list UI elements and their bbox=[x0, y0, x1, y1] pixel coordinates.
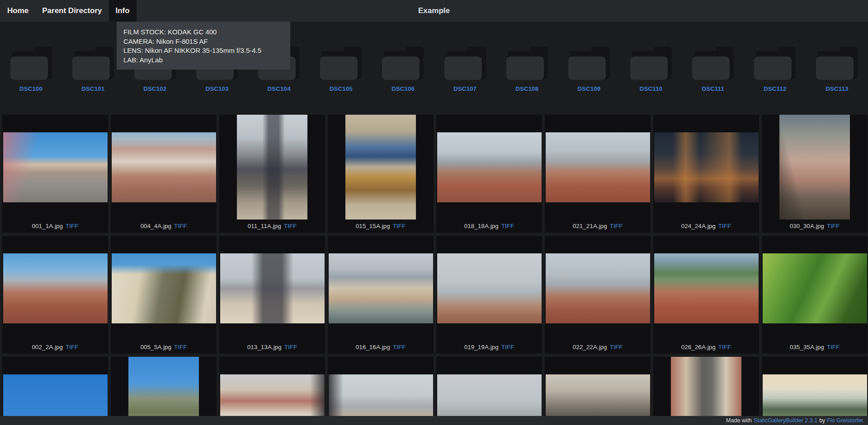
photo-cell: 022_22A.jpgTIFF bbox=[543, 236, 652, 354]
photo-cell: 018_18A.jpgTIFF bbox=[435, 115, 543, 233]
folder-label[interactable]: DSC103 bbox=[205, 85, 228, 92]
photo-thumbnail[interactable] bbox=[654, 253, 759, 323]
photo-thumbnail[interactable] bbox=[345, 115, 416, 220]
folder-icon[interactable] bbox=[630, 47, 672, 80]
folder-label[interactable]: DSC105 bbox=[330, 85, 353, 92]
folder-icon-front bbox=[10, 56, 48, 80]
tiff-link[interactable]: TIFF bbox=[501, 344, 514, 350]
folder-icon[interactable] bbox=[72, 47, 114, 80]
photo-caption: 013_13A.jpgTIFF bbox=[219, 341, 325, 354]
photo-cell: 026_26A.jpgTIFF bbox=[652, 236, 760, 354]
folder-label[interactable]: DSC110 bbox=[640, 85, 662, 92]
folder-icon[interactable] bbox=[568, 47, 610, 80]
photo-caption: 035_35A.jpgTIFF bbox=[762, 341, 868, 354]
tiff-link[interactable]: TIFF bbox=[393, 223, 406, 229]
folder-label[interactable]: DSC109 bbox=[577, 85, 600, 92]
photo-cell: 019_19A.jpgTIFF bbox=[435, 236, 543, 354]
photo-cell bbox=[218, 357, 326, 425]
tooltip-line-film-stock: FILM STOCK: KODAK GC 400 bbox=[123, 28, 283, 37]
photo-thumbnail[interactable] bbox=[3, 132, 108, 202]
tiff-link[interactable]: TIFF bbox=[827, 344, 840, 350]
tiff-link[interactable]: TIFF bbox=[827, 223, 840, 229]
photo-thumbnail[interactable] bbox=[220, 253, 325, 323]
nav-item-home[interactable]: Home bbox=[0, 0, 35, 22]
nav-item-parent-directory[interactable]: Parent Directory bbox=[35, 0, 108, 22]
folder-label[interactable]: DSC112 bbox=[764, 85, 786, 92]
photo-thumbnail[interactable] bbox=[654, 132, 759, 202]
photo-thumbnail[interactable] bbox=[128, 357, 199, 425]
folder-item-dsc107[interactable]: DSC107 bbox=[434, 47, 496, 92]
photo-filename: 016_16A.jpg bbox=[356, 344, 390, 350]
tiff-link[interactable]: TIFF bbox=[501, 223, 514, 229]
folder-icon[interactable] bbox=[692, 47, 734, 80]
tiff-link[interactable]: TIFF bbox=[174, 344, 187, 350]
photo-thumbnail[interactable] bbox=[437, 253, 542, 323]
folder-item-dsc112[interactable]: DSC112 bbox=[744, 47, 806, 92]
photo-caption: 022_22A.jpgTIFF bbox=[545, 341, 651, 354]
folder-icon[interactable] bbox=[754, 47, 796, 80]
photo-thumbnail[interactable] bbox=[546, 132, 650, 202]
photo-thumbnail[interactable] bbox=[763, 253, 867, 323]
folder-icon[interactable] bbox=[10, 47, 52, 80]
folder-item-dsc100[interactable]: DSC100 bbox=[0, 47, 62, 92]
tiff-link[interactable]: TIFF bbox=[610, 344, 623, 350]
folder-label[interactable]: DSC108 bbox=[515, 85, 538, 92]
folder-icon[interactable] bbox=[816, 47, 858, 80]
folder-item-dsc110[interactable]: DSC110 bbox=[620, 47, 682, 92]
folder-item-dsc101[interactable]: DSC101 bbox=[62, 47, 124, 92]
author-link[interactable]: Flo Greistorfer. bbox=[827, 417, 864, 424]
tiff-link[interactable]: TIFF bbox=[66, 223, 79, 229]
folder-icon[interactable] bbox=[444, 47, 486, 80]
folder-item-dsc106[interactable]: DSC106 bbox=[372, 47, 434, 92]
thumbnail-area bbox=[328, 115, 434, 220]
nav-item-info[interactable]: Info bbox=[109, 0, 137, 22]
photo-caption: 015_15A.jpgTIFF bbox=[328, 220, 434, 233]
photo-thumbnail[interactable] bbox=[671, 357, 741, 425]
folder-item-dsc113[interactable]: DSC113 bbox=[806, 47, 868, 92]
folder-icon[interactable] bbox=[320, 47, 362, 80]
folder-icon[interactable] bbox=[506, 47, 548, 80]
folder-label[interactable]: DSC104 bbox=[268, 85, 291, 92]
photo-thumbnail[interactable] bbox=[112, 132, 216, 202]
folder-icon[interactable] bbox=[382, 47, 424, 80]
photo-card bbox=[653, 357, 759, 425]
tiff-link[interactable]: TIFF bbox=[610, 223, 623, 229]
folder-label[interactable]: DSC107 bbox=[453, 85, 476, 92]
thumbnail-area bbox=[545, 236, 651, 341]
photo-thumbnail[interactable] bbox=[329, 253, 433, 323]
folder-icon-front bbox=[506, 56, 544, 80]
tiff-link[interactable]: TIFF bbox=[393, 344, 406, 350]
tooltip-line-lab: LAB: AnyLab bbox=[123, 56, 283, 65]
photo-thumbnail[interactable] bbox=[237, 115, 307, 220]
tiff-link[interactable]: TIFF bbox=[174, 223, 187, 229]
folder-label[interactable]: DSC111 bbox=[702, 85, 724, 92]
photo-thumbnail[interactable] bbox=[546, 253, 650, 323]
photo-caption: 016_16A.jpgTIFF bbox=[328, 341, 434, 354]
tiff-link[interactable]: TIFF bbox=[284, 223, 297, 229]
folder-item-dsc108[interactable]: DSC108 bbox=[496, 47, 558, 92]
folder-label[interactable]: DSC100 bbox=[19, 85, 42, 92]
photo-cell bbox=[1, 357, 109, 425]
photo-thumbnail[interactable] bbox=[779, 115, 850, 220]
photo-thumbnail[interactable] bbox=[437, 132, 542, 202]
builder-link[interactable]: StaticGalleryBuilder 2.3.1 bbox=[754, 417, 817, 424]
tiff-link[interactable]: TIFF bbox=[718, 344, 731, 350]
folder-label[interactable]: DSC113 bbox=[826, 85, 848, 92]
folder-item-dsc111[interactable]: DSC111 bbox=[682, 47, 744, 92]
photo-card bbox=[436, 357, 542, 425]
folder-label[interactable]: DSC102 bbox=[143, 85, 166, 92]
folder-label[interactable]: DSC106 bbox=[392, 85, 415, 92]
folder-label[interactable]: DSC101 bbox=[81, 85, 104, 92]
thumbnail-area bbox=[328, 236, 434, 341]
folder-icon-front bbox=[382, 56, 420, 80]
tiff-link[interactable]: TIFF bbox=[284, 344, 297, 350]
folder-item-dsc105[interactable]: DSC105 bbox=[310, 47, 372, 92]
tiff-link[interactable]: TIFF bbox=[718, 223, 731, 229]
photo-card: 024_24A.jpgTIFF bbox=[653, 115, 759, 233]
tiff-link[interactable]: TIFF bbox=[66, 344, 79, 350]
photo-filename: 030_30A.jpg bbox=[790, 223, 824, 229]
photo-thumbnail[interactable] bbox=[112, 253, 216, 323]
photo-thumbnail[interactable] bbox=[3, 253, 108, 323]
photo-cell bbox=[109, 357, 218, 425]
folder-item-dsc109[interactable]: DSC109 bbox=[558, 47, 620, 92]
